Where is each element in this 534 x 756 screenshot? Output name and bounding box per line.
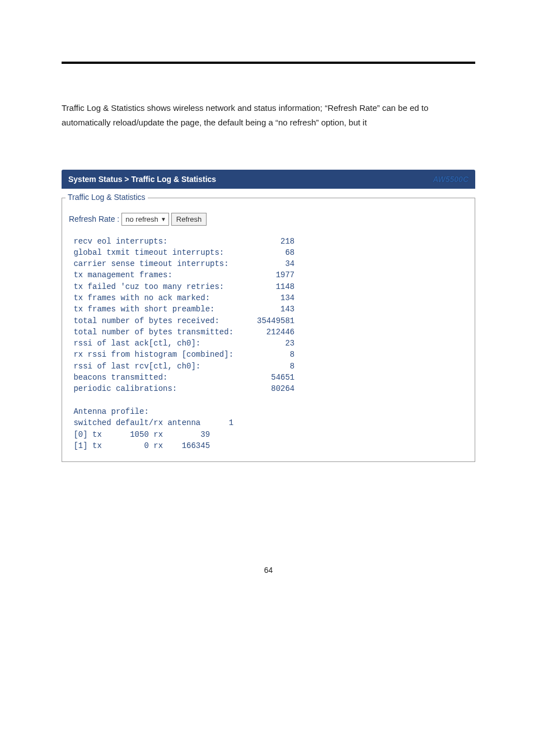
refresh-row: Refresh Rate : no refresh ▼ Refresh [69,213,468,226]
refresh-button[interactable]: Refresh [171,213,207,226]
model-label: AW5500C [433,175,469,184]
statistics-fieldset: Traffic Log & Statistics Refresh Rate : … [62,198,475,463]
breadcrumb: System Status > Traffic Log & Statistics [68,175,216,184]
statistics-text: recv eol interrupts: 218 global txmit ti… [69,236,468,452]
refresh-rate-value: no refresh [125,215,158,223]
refresh-rate-select[interactable]: no refresh ▼ [121,213,169,226]
refresh-rate-label: Refresh Rate : [69,214,119,223]
page-number: 64 [62,566,475,575]
body-paragraph: Traffic Log & Statistics shows wireless … [62,101,475,130]
panel-header: System Status > Traffic Log & Statistics… [62,170,475,189]
fieldset-legend: Traffic Log & Statistics [65,193,148,202]
chevron-down-icon: ▼ [161,216,166,222]
divider-line [62,62,475,64]
